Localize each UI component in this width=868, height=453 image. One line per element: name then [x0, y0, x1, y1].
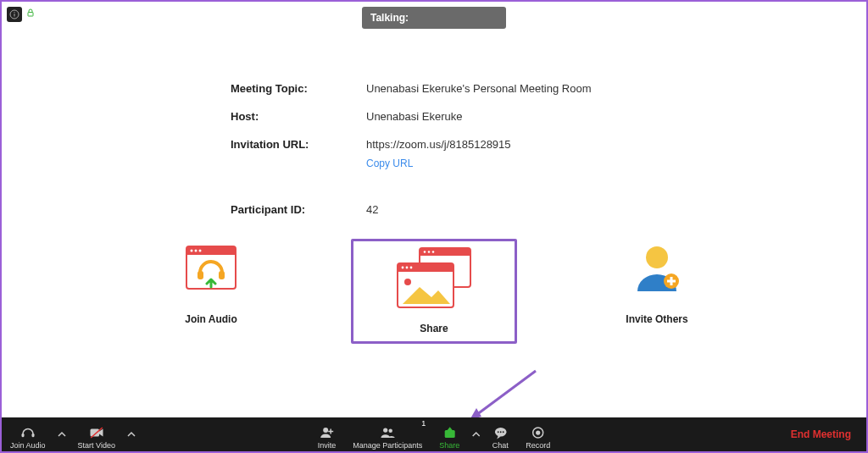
svg-point-6 — [191, 250, 193, 252]
svg-point-32 — [323, 428, 328, 433]
svg-rect-5 — [186, 246, 236, 255]
participant-id-label: Participant ID: — [231, 203, 366, 216]
share-label: Share — [420, 323, 448, 334]
svg-point-22 — [646, 246, 668, 268]
share-chevron-up-icon[interactable] — [468, 417, 483, 451]
toolbar-join-audio[interactable]: Join Audio — [2, 417, 54, 451]
copy-url-link[interactable]: Copy URL — [366, 157, 413, 169]
toolbar-chat[interactable]: Chat — [483, 417, 517, 451]
svg-point-13 — [424, 251, 426, 253]
toolbar-record[interactable]: Record — [517, 417, 559, 451]
participant-id-value: 42 — [366, 203, 378, 216]
svg-rect-25 — [667, 280, 676, 283]
toolbar-share[interactable]: Share — [431, 417, 468, 451]
invite-others-label: Invite Others — [626, 313, 687, 325]
svg-rect-9 — [198, 271, 203, 279]
invite-others-icon — [619, 239, 695, 298]
svg-point-35 — [383, 428, 387, 432]
svg-point-21 — [404, 279, 411, 285]
svg-rect-37 — [444, 430, 454, 438]
toolbar-start-video[interactable]: Start Video — [70, 417, 124, 451]
svg-point-18 — [402, 267, 404, 269]
svg-rect-1 — [14, 14, 15, 17]
host-label: Host: — [231, 110, 366, 123]
meeting-info-panel: Meeting Topic: Unenabasi Ekeruke's Perso… — [231, 82, 739, 231]
talking-indicator: Talking: — [362, 7, 506, 29]
meeting-topic-value: Unenabasi Ekeruke's Personal Meeting Roo… — [366, 82, 592, 95]
share-icon — [387, 248, 481, 307]
share-card-highlighted[interactable]: Share — [351, 239, 517, 344]
participants-count-badge: 1 — [421, 419, 426, 428]
svg-point-41 — [502, 431, 504, 433]
svg-point-19 — [406, 267, 409, 269]
info-icon[interactable] — [7, 7, 22, 22]
svg-point-20 — [410, 267, 413, 269]
svg-point-39 — [497, 431, 498, 433]
svg-point-36 — [388, 429, 392, 434]
svg-line-26 — [476, 371, 536, 415]
svg-rect-2 — [14, 12, 15, 13]
svg-rect-12 — [420, 248, 470, 256]
invitation-url-label: Invitation URL: — [231, 138, 366, 151]
svg-point-43 — [536, 430, 540, 434]
svg-point-15 — [432, 251, 435, 253]
talking-label: Talking: — [370, 12, 409, 24]
audio-chevron-up-icon[interactable] — [54, 417, 70, 451]
svg-rect-30 — [90, 429, 99, 437]
join-audio-card[interactable]: Join Audio — [173, 239, 249, 344]
svg-rect-28 — [21, 434, 24, 438]
video-chevron-up-icon[interactable] — [124, 417, 139, 451]
svg-rect-34 — [328, 431, 333, 433]
lock-icon — [25, 7, 36, 22]
svg-point-40 — [499, 431, 501, 433]
end-meeting-button[interactable]: End Meeting — [791, 428, 851, 440]
svg-rect-10 — [219, 271, 225, 279]
join-audio-icon — [173, 239, 249, 298]
svg-rect-3 — [28, 13, 33, 17]
svg-point-8 — [199, 250, 202, 252]
toolbar-invite[interactable]: Invite — [309, 417, 345, 451]
join-audio-label: Join Audio — [185, 313, 237, 325]
invite-others-card[interactable]: Invite Others — [619, 239, 695, 344]
meeting-topic-label: Meeting Topic: — [231, 82, 366, 95]
meeting-toolbar: Join Audio Start Video Invite 1 Manage P… — [2, 417, 866, 451]
invitation-url-value: https://zoom.us/j/8185128915 — [366, 138, 511, 151]
svg-point-7 — [195, 250, 198, 252]
svg-point-14 — [428, 251, 431, 253]
svg-rect-29 — [31, 434, 34, 438]
toolbar-manage-participants[interactable]: 1 Manage Participants — [344, 417, 431, 451]
host-value: Unenabasi Ekeruke — [366, 110, 462, 123]
